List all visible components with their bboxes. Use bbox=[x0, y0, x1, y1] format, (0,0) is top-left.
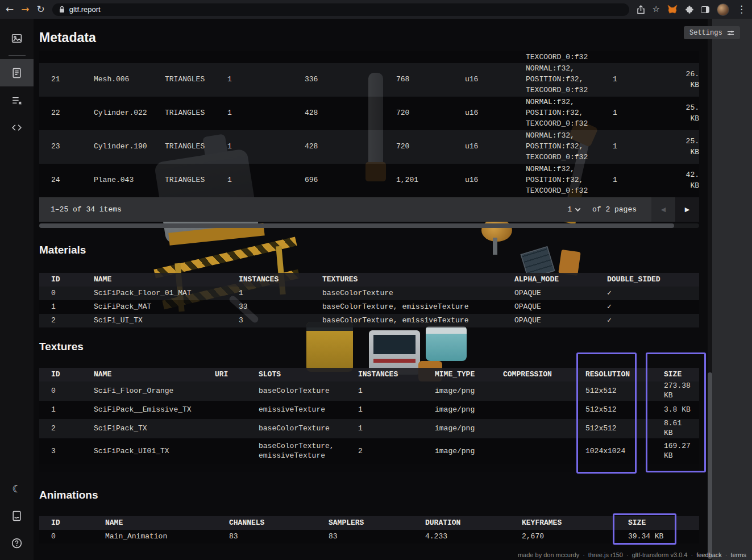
sidebar-item-theme[interactable]: ☾ bbox=[0, 475, 34, 502]
cell-instances: 1 bbox=[358, 387, 435, 396]
sidebar-item-script[interactable] bbox=[0, 502, 34, 529]
footer-separator: · bbox=[626, 551, 629, 558]
cell-instances: 1 bbox=[239, 289, 322, 298]
animations-table: ID NAME CHANNELS SAMPLERS DURATION KEYFR… bbox=[39, 516, 699, 544]
cell-instances: 1 bbox=[613, 108, 685, 119]
table-row: 24 Plane.043 TRIANGLES 1 696 1,201 u16 N… bbox=[39, 164, 699, 197]
cell-mode: TRIANGLES bbox=[165, 142, 227, 152]
prev-page-button[interactable]: ◀ bbox=[651, 197, 675, 222]
cell-vertices: 336 bbox=[305, 74, 396, 85]
col-keyframes: KEYFRAMES bbox=[522, 518, 628, 528]
cell-primitives: 1 bbox=[227, 74, 305, 85]
horizontal-scrollbar[interactable] bbox=[39, 223, 699, 228]
sidebar-item-validation[interactable] bbox=[0, 86, 34, 114]
cell-mime-type: image/png bbox=[435, 424, 503, 434]
cell-channels: 83 bbox=[229, 532, 329, 542]
col-compression: COMPRESSION bbox=[503, 370, 585, 380]
col-name: NAME bbox=[94, 370, 215, 380]
report-icon bbox=[11, 67, 23, 79]
cell-instances: 1 bbox=[358, 424, 435, 434]
cell-gl-primitives: 720 bbox=[396, 142, 465, 152]
cell-textures: baseColorTexture, emissiveTexture bbox=[322, 316, 514, 326]
cell-instances: 1 bbox=[613, 142, 685, 152]
url-bar[interactable]: gltf.report bbox=[52, 3, 629, 16]
cell-id: 1 bbox=[51, 302, 94, 312]
extensions-puzzle-icon[interactable] bbox=[685, 5, 693, 14]
bookmark-star-icon[interactable]: ☆ bbox=[653, 5, 660, 14]
cell-name: SciFiPack__Emissive_TX bbox=[94, 405, 215, 415]
col-size: SIZE bbox=[664, 370, 699, 380]
cell-instances: 1 bbox=[358, 405, 435, 415]
profile-avatar[interactable] bbox=[717, 3, 729, 16]
cell-indices: u16 bbox=[465, 175, 526, 186]
cell-samplers: 83 bbox=[329, 532, 425, 542]
table-row: 23 Cylinder.190 TRIANGLES 1 428 720 u16 … bbox=[39, 130, 699, 164]
cell-indices: u16 bbox=[465, 74, 526, 85]
browser-toolbar: ← → ↻ gltf.report ☆ ⋮ bbox=[0, 0, 752, 19]
table-row: 2 SciFiPack_TX baseColorTexture 1 image/… bbox=[39, 419, 699, 438]
page-count: of 2 pages bbox=[592, 205, 637, 214]
metamask-extension-icon[interactable] bbox=[667, 5, 678, 14]
cell-name: Plane.043 bbox=[94, 175, 165, 186]
cell-id: 1 bbox=[51, 405, 94, 415]
cell-vertices: 428 bbox=[305, 108, 396, 119]
browser-menu-icon[interactable]: ⋮ bbox=[737, 5, 746, 14]
cell-id: 23 bbox=[51, 142, 94, 152]
animations-title: Animations bbox=[39, 489, 98, 501]
cell-mode: TRIANGLES bbox=[165, 74, 227, 85]
url-text: gltf.report bbox=[69, 5, 101, 14]
col-textures: TEXTURES bbox=[322, 275, 514, 285]
settings-button[interactable]: Settings bbox=[684, 26, 740, 39]
cell-instances: 2 bbox=[358, 447, 435, 457]
vertical-scrollbar[interactable] bbox=[708, 19, 712, 560]
cell-duration: 4.233 bbox=[425, 532, 522, 542]
footer-separator: · bbox=[725, 551, 728, 558]
cell-resolution: 1024x1024 bbox=[585, 447, 664, 457]
prev-icon: ◀ bbox=[661, 206, 666, 213]
cell-slots: baseColorTexture, emissiveTexture bbox=[259, 442, 358, 461]
col-uri: URI bbox=[215, 370, 259, 380]
page-select[interactable]: 1 bbox=[567, 205, 580, 214]
app-sidebar: ☾ bbox=[0, 19, 34, 560]
table-row: 3 SciFiPack_UI01_TX baseColorTexture, em… bbox=[39, 438, 699, 464]
table-row: 22 Cylinder.022 TRIANGLES 1 428 720 u16 … bbox=[39, 97, 699, 130]
terms-link[interactable]: terms bbox=[731, 551, 747, 558]
materials-title: Materials bbox=[39, 244, 86, 256]
sidebar-divider bbox=[9, 55, 26, 56]
cell-double-sided: ✓ bbox=[607, 302, 699, 312]
cell-primitives: 1 bbox=[227, 142, 305, 152]
horizontal-scrollbar-thumb[interactable] bbox=[39, 223, 674, 228]
cell-mime-type: image/png bbox=[435, 387, 503, 396]
scene-lamp-arm bbox=[493, 238, 497, 255]
vertical-scrollbar-thumb[interactable] bbox=[708, 372, 712, 559]
sidebar-item-images[interactable] bbox=[0, 24, 34, 52]
cell-name: SciFi_Floor_Orange bbox=[94, 387, 215, 396]
cell-size: 42. KB bbox=[685, 170, 699, 192]
table-row: 1 SciFiPack_MAT 33 baseColorTexture, emi… bbox=[39, 300, 699, 314]
cell-id: 0 bbox=[51, 532, 105, 542]
cell-resolution: 512x512 bbox=[585, 405, 664, 415]
page-title: Metadata bbox=[39, 30, 96, 45]
cell-name: SciFiPack_UI01_TX bbox=[94, 447, 215, 457]
share-icon[interactable] bbox=[637, 5, 645, 14]
sidebar-item-code[interactable] bbox=[0, 114, 34, 141]
footer-threejs-version: three.js r150 bbox=[588, 551, 623, 558]
cell-alpha-mode: OPAQUE bbox=[514, 302, 607, 312]
cell-double-sided: ✓ bbox=[607, 289, 699, 298]
sidebar-item-report[interactable] bbox=[0, 59, 34, 86]
forward-icon[interactable]: → bbox=[21, 5, 29, 14]
cell-mime-type: image/png bbox=[435, 447, 503, 457]
cell-alpha-mode: OPAQUE bbox=[514, 289, 607, 298]
sidebar-item-help[interactable] bbox=[0, 529, 34, 557]
side-panel-icon[interactable] bbox=[701, 6, 709, 13]
cell-name: SciFiPack_TX bbox=[94, 424, 215, 434]
cell-attributes: NORMAL:f32, POSITION:f32, TEXCOORD_0:f32 bbox=[526, 164, 613, 197]
cell-name: Main_Animation bbox=[105, 532, 229, 542]
feedback-link[interactable]: feedback bbox=[696, 551, 722, 558]
moon-icon: ☾ bbox=[12, 483, 21, 495]
reload-icon[interactable]: ↻ bbox=[37, 5, 45, 14]
cell-slots: baseColorTexture bbox=[259, 387, 358, 396]
images-icon bbox=[11, 32, 23, 44]
back-icon[interactable]: ← bbox=[6, 5, 14, 14]
next-page-button[interactable]: ▶ bbox=[675, 197, 699, 222]
